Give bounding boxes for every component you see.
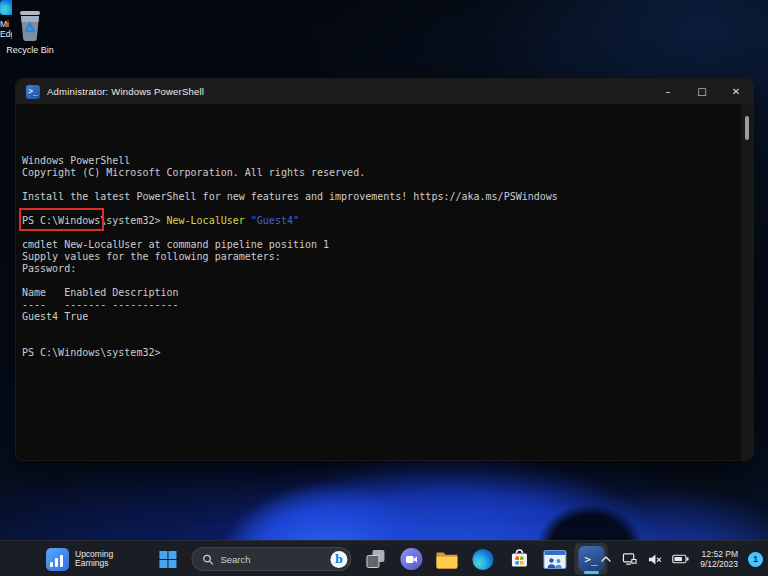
console-line [22,203,739,215]
console-line-password: Password: [22,263,739,275]
console-line [22,179,739,191]
console-line: Copyright (C) Microsoft Corporation. All… [22,167,739,179]
window-title: Administrator: Windows PowerShell [47,86,204,97]
console-line: Supply values for the following paramete… [22,251,739,263]
widgets-text: Upcoming Earnings [75,550,113,569]
powershell-icon: >_ [26,85,40,99]
notification-badge[interactable]: 1 [748,552,763,567]
minimize-button[interactable]: – [651,79,685,104]
battery-icon [672,554,689,564]
microsoft-store-button[interactable] [502,543,535,575]
window-titlebar[interactable]: >_ Administrator: Windows PowerShell – □… [16,79,753,104]
windows-logo-icon [159,551,176,568]
desktop-background: Recycle Bin Mi Edg >_ Administrator: Win… [0,0,768,576]
edge-browser-icon [472,549,493,570]
task-view-icon [366,550,384,568]
console-line: PS C:\Windows\system32> New-LocalUser "G… [22,215,739,227]
close-button[interactable]: ✕ [719,79,753,104]
speaker-muted-icon [647,553,662,566]
clock-time: 12:52 PM [700,549,738,559]
taskbar: Upcoming Earnings Search b [0,540,768,576]
bing-icon: b [330,551,347,568]
console-line: Guest4 True [22,311,739,323]
console-line: Name Enabled Description [22,287,739,299]
local-users-app-button[interactable] [538,543,571,575]
start-button[interactable] [151,543,184,575]
display-network-icon [622,552,637,566]
console-line [22,335,739,347]
battery-tray-button[interactable] [668,544,693,574]
scrollbar[interactable] [741,104,753,461]
clock[interactable]: 12:52 PM 9/12/2023 [695,549,743,569]
search-label: Search [220,554,330,565]
chat-camera-icon [400,548,422,570]
recycle-bin-icon [14,8,46,42]
local-users-app-icon [543,550,566,569]
console-line: Install the latest PowerShell for new fe… [22,191,739,203]
widgets-line2: Earnings [75,559,113,569]
scrollbar-thumb[interactable] [745,116,749,140]
console-line: Windows PowerShell [22,155,739,167]
task-view-button[interactable] [358,543,391,575]
console-line [22,323,739,335]
console-line [22,227,739,239]
console-line: ---- ------- ----------- [22,299,739,311]
console-line: PS C:\Windows\system32> [22,347,739,359]
recycle-bin-label: Recycle Bin [4,45,56,55]
edge-button[interactable] [466,543,499,575]
powershell-window: >_ Administrator: Windows PowerShell – □… [15,78,754,461]
chevron-up-icon [600,555,612,563]
console-output[interactable]: Windows PowerShellCopyright (C) Microsof… [16,104,753,461]
recycle-bin-desktop-icon[interactable]: Recycle Bin [4,8,56,55]
chat-button[interactable] [394,543,427,575]
search-box[interactable]: Search b [191,547,351,571]
tray-overflow-button[interactable] [596,544,616,574]
folder-icon [435,550,458,569]
clock-date: 9/12/2023 [700,559,738,569]
widgets-button[interactable]: Upcoming Earnings [40,541,119,576]
file-explorer-button[interactable] [430,543,463,575]
console-line [22,275,739,287]
widgets-chart-icon [46,548,69,571]
network-tray-button[interactable] [618,544,641,574]
maximize-button[interactable]: □ [685,79,719,104]
console-line: cmdlet New-LocalUser at command pipeline… [22,239,739,251]
search-icon [202,554,213,565]
store-bag-icon [509,549,529,569]
volume-tray-button[interactable] [643,544,666,574]
